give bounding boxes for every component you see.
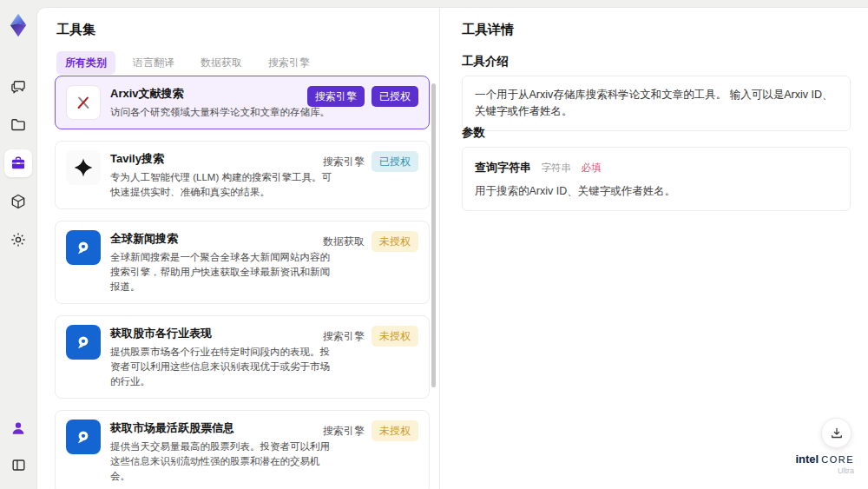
folder-icon [10,116,27,134]
tool-list-pane: 工具集 所有类别 语言翻译 数据获取 搜索引擎 A [37,8,439,489]
parameter-header: 查询字符串 字符串 必填 [475,159,838,175]
tool-title: 获取市场最活跃股票信息 [110,420,338,436]
tab-translation[interactable]: 语言翻译 [124,51,183,75]
download-icon [829,426,845,441]
app-window: 工具集 所有类别 语言翻译 数据获取 搜索引擎 A [0,0,868,489]
category-tabs: 所有类别 语言翻译 数据获取 搜索引擎 [56,51,319,75]
avatar-icon [10,420,27,437]
sidebar-item-files[interactable] [4,111,32,139]
toolbox-icon [10,155,27,172]
tool-card-list: Arxiv文献搜索 访问各个研究领域大量科学论文和文章的存储库。 搜索引擎 已授… [55,76,430,489]
tool-card-arxiv[interactable]: Arxiv文献搜索 访问各个研究领域大量科学论文和文章的存储库。 搜索引擎 已授… [55,76,430,129]
tool-title: 全球新闻搜索 [110,231,338,247]
parameter-name: 查询字符串 [475,161,531,174]
tool-card-active-stocks[interactable]: 获取市场最活跃股票信息 提供当天交易量最高的股票列表。投资者可以利用这些信息来识… [55,410,430,489]
status-badge: 已授权 [372,86,418,107]
params-heading: 参数 [462,125,485,141]
tool-description: 提供股票市场各个行业在特定时间段内的表现。投资者可以利用这些信息来识别表现优于或… [110,345,338,389]
tool-description: 提供当天交易量最高的股票列表。投资者可以利用这些信息来识别流动性强的股票和潜在的… [110,439,338,484]
intro-heading: 工具介绍 [462,54,509,69]
tool-card-tavily[interactable]: Tavily搜索 专为人工智能代理 (LLM) 构建的搜索引擎工具。可快速提供实… [55,141,430,209]
category-label: 数据获取 [323,235,365,249]
tool-card-sector-performance[interactable]: 获取股市各行业表现 提供股票市场各个行业在特定时间段内的表现。投资者可以利用这些… [55,315,430,399]
intel-brand-text: intel [795,453,819,466]
page-title: 工具集 [56,22,95,38]
sidebar-item-settings[interactable] [4,226,32,254]
tab-all-categories[interactable]: 所有类别 [56,51,115,75]
news-app-icon [66,325,101,360]
panel-toggle-icon [10,457,27,473]
arxiv-logo-icon [66,85,101,120]
tool-card-global-news[interactable]: 全球新闻搜索 全球新闻搜索是一个聚合全球各大新闻网站内容的搜索引擎，帮助用户快速… [55,221,430,304]
status-badge: 已授权 [372,151,418,172]
sidebar [0,0,36,489]
user-avatar[interactable] [4,414,32,442]
gear-icon [10,231,27,248]
content-window: 工具集 所有类别 语言翻译 数据获取 搜索引擎 A [36,7,868,489]
parameter-item: 查询字符串 字符串 必填 用于搜索的Arxiv ID、关键字或作者姓名。 [462,147,851,211]
tool-detail-pane: 工具详情 工具介绍 一个用于从Arxiv存储库搜索科学论文和文章的工具。 输入可… [439,8,868,489]
tool-description: 全球新闻搜索是一个聚合全球各大新闻网站内容的搜索引擎，帮助用户快速获取全球最新资… [110,250,338,294]
cube-icon [10,193,27,210]
chat-icon [10,78,27,96]
category-badge: 搜索引擎 [307,86,365,107]
status-badge: 未授权 [372,420,418,441]
intel-product-text: CORE [821,454,854,465]
intel-sub-text: Ultra [795,466,854,475]
download-button[interactable] [821,418,852,448]
parameter-type: 字符串 [541,162,571,173]
intro-text-box: 一个用于从Arxiv存储库搜索科学论文和文章的工具。 输入可以是Arxiv ID… [462,76,851,131]
parameter-required-flag: 必填 [581,162,601,173]
parameter-description: 用于搜索的Arxiv ID、关键字或作者姓名。 [475,183,838,199]
tool-title: Arxiv文献搜索 [110,86,330,102]
detail-title: 工具详情 [462,22,514,38]
sidebar-item-chat[interactable] [4,73,32,101]
status-badge: 未授权 [372,326,418,347]
news-app-icon [66,230,101,265]
sidebar-item-packages[interactable] [4,188,32,215]
category-label: 搜索引擎 [323,155,365,169]
app-logo-icon [3,10,33,40]
sidebar-item-tools[interactable] [4,149,32,177]
tab-search-engine[interactable]: 搜索引擎 [260,51,319,75]
tab-data-fetch[interactable]: 数据获取 [192,51,251,75]
category-label: 搜索引擎 [323,329,365,344]
tool-title: Tavily搜索 [110,151,338,167]
category-label: 搜索引擎 [323,424,365,439]
collapse-sidebar-button[interactable] [4,451,32,479]
tavily-star-icon [66,150,101,185]
tool-title: 获取股市各行业表现 [110,326,338,341]
news-app-icon [66,420,101,454]
intel-core-logo: intelCORE Ultra [795,453,854,475]
status-badge: 未授权 [372,231,418,252]
tool-description: 专为人工智能代理 (LLM) 构建的搜索引擎工具。可快速提供实时、准确和真实的结… [110,170,338,200]
list-scrollbar-thumb[interactable] [431,83,436,387]
tool-description: 访问各个研究领域大量科学论文和文章的存储库。 [110,105,330,120]
